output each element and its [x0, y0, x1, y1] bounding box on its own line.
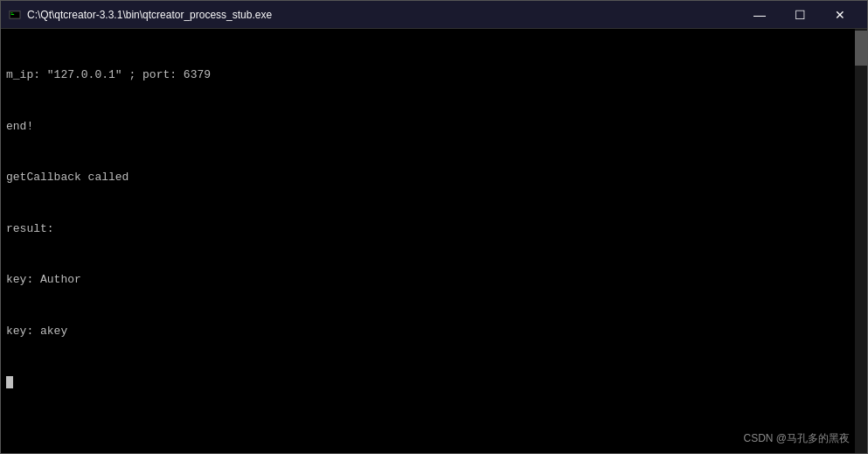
- scrollbar[interactable]: [855, 29, 867, 453]
- title-bar: C:\Qt\qtcreator-3.3.1\bin\qtcreator_proc…: [1, 1, 867, 29]
- terminal-line-3: result:: [6, 220, 862, 238]
- terminal-line-4: key: Author: [6, 271, 862, 289]
- window-controls: — ☐ ✕: [740, 1, 860, 29]
- terminal-line-2: getCallback called: [6, 169, 862, 186]
- terminal-line-5: key: akey: [6, 323, 862, 340]
- terminal-cursor-line: [6, 374, 862, 391]
- svg-rect-2: [11, 12, 13, 13]
- close-button[interactable]: ✕: [820, 1, 860, 29]
- svg-rect-3: [11, 14, 15, 15]
- terminal-window: C:\Qt\qtcreator-3.3.1\bin\qtcreator_proc…: [0, 0, 868, 454]
- scrollbar-thumb[interactable]: [855, 31, 867, 66]
- terminal-line-1: end!: [6, 118, 862, 136]
- terminal-output: m_ip: "127.0.0.1" ; port: 6379 end! getC…: [6, 32, 862, 450]
- app-icon: [8, 8, 22, 22]
- terminal-line-0: m_ip: "127.0.0.1" ; port: 6379: [6, 66, 862, 84]
- window-title: C:\Qt\qtcreator-3.3.1\bin\qtcreator_proc…: [27, 9, 272, 21]
- watermark: CSDN @马孔多的黑夜: [743, 431, 850, 446]
- minimize-button[interactable]: —: [740, 1, 780, 29]
- terminal-body[interactable]: m_ip: "127.0.0.1" ; port: 6379 end! getC…: [1, 29, 867, 453]
- cursor: [6, 376, 13, 388]
- title-bar-left: C:\Qt\qtcreator-3.3.1\bin\qtcreator_proc…: [8, 8, 272, 22]
- maximize-button[interactable]: ☐: [780, 1, 820, 29]
